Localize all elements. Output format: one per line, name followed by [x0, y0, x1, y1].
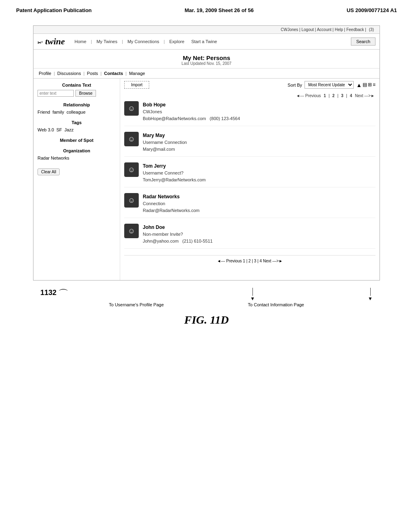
- prev-arrow-top[interactable]: ◄--- Previous: [296, 94, 321, 98]
- contact-username-4: Non-member Invite?: [143, 231, 375, 238]
- tab-manage[interactable]: Manage: [129, 71, 145, 76]
- sort-select[interactable]: Most Recent Update: [305, 81, 354, 89]
- contact-email-4: John@yahoo.com (211) 610-5511: [143, 238, 375, 245]
- page-1-bottom[interactable]: 1: [243, 259, 246, 263]
- contact-name-1[interactable]: Mary May: [143, 132, 375, 139]
- nav-my-connections[interactable]: My Connections: [127, 39, 159, 44]
- user-info: CWJones | Logout | Account | Help | Feed…: [281, 27, 366, 32]
- tab-profile[interactable]: Profile: [39, 71, 51, 76]
- phone-4: (211) 610-5511: [182, 239, 213, 243]
- contact-name-4[interactable]: John Doe: [143, 224, 375, 231]
- avatar-bob-hope: ☺: [124, 101, 139, 116]
- email-0: BobHope@RadarNetworks.com: [143, 116, 206, 121]
- contact-username-2: Username Connect?: [143, 170, 375, 177]
- contact-info-mary-may: Mary May Username Connection Mary@mail.c…: [143, 132, 375, 152]
- page-1-top[interactable]: 1: [323, 94, 327, 98]
- clear-all-button[interactable]: Clear All: [38, 168, 60, 175]
- avatar-radar-networks: ☺: [124, 193, 139, 208]
- tab-sep4: |: [125, 71, 127, 76]
- top-nav-right: CWJones | Logout | Account | Help | Feed…: [281, 27, 375, 32]
- nav-my-twines[interactable]: My Twines: [96, 39, 117, 44]
- contact-info-john-doe: John Doe Non-member Invite? John@yahoo.c…: [143, 224, 375, 244]
- patent-left: Patent Application Publication: [16, 7, 92, 13]
- page-4-top[interactable]: 4: [350, 94, 353, 98]
- logo-icon: ✂°: [38, 40, 43, 45]
- sort-icon-lines[interactable]: ≡: [373, 82, 375, 88]
- next-arrow-top[interactable]: Next --->►: [355, 94, 375, 98]
- relationship-list: Friend family colleague: [38, 110, 116, 114]
- pagination-bottom: ◄--- Previous 1 | 2 | 3 | 4 Next --->►: [124, 255, 375, 263]
- sep-top-1: |: [329, 94, 330, 98]
- nav-explore[interactable]: Explore: [169, 39, 184, 44]
- pagination-top: ◄--- Previous 1 | 2 | 3 | 4 Next --->►: [124, 94, 375, 98]
- browse-button[interactable]: Browse: [75, 90, 96, 97]
- contact-username-0: CWJones: [143, 108, 375, 115]
- member-of-spot-label: Member of Spot: [38, 138, 116, 143]
- rel-friend[interactable]: Friend: [38, 110, 50, 114]
- sort-icon-up[interactable]: ▲: [356, 82, 362, 88]
- contact-name-2[interactable]: Tom Jerry: [143, 162, 375, 170]
- results-panel: Import Sort By Most Recent Update ▲ ▤ ⊞ …: [120, 79, 380, 280]
- page-title: My Net: Persons: [38, 54, 375, 61]
- contact-info-radar-networks: Radar Networks Connection Radar@RadarNet…: [143, 193, 375, 214]
- arrows-container: ▼ ▼: [250, 288, 373, 301]
- organization-label: Organization: [38, 148, 116, 153]
- contact-item: ☺ Bob Hope CWJones BobHope@RadarNetworks…: [124, 101, 375, 126]
- next-arrow-bottom[interactable]: Next --->►: [263, 259, 283, 263]
- rel-colleague[interactable]: colleague: [67, 110, 86, 114]
- filter-contains-text: Contains Text Browse: [38, 83, 116, 97]
- tag-jazz[interactable]: Jazz: [65, 127, 74, 132]
- contact-name-0[interactable]: Bob Hope: [143, 101, 375, 108]
- fig-ref-number: 1132: [40, 289, 56, 297]
- tag-sf[interactable]: SF: [56, 127, 62, 132]
- filter-relationship: Relationship Friend family colleague: [38, 102, 116, 114]
- page-title-section: My Net: Persons Last Updated Nov. 15, 20…: [33, 50, 380, 69]
- logo-text: twine: [45, 36, 65, 46]
- sort-by-label: Sort By: [288, 83, 302, 87]
- org-value: Radar Networks: [38, 156, 116, 160]
- page-4-bottom[interactable]: 4: [260, 259, 263, 263]
- contact-item-john: ☺ John Doe Non-member Invite? John@yahoo…: [124, 224, 375, 249]
- tab-contacts[interactable]: Contacts: [104, 71, 123, 76]
- filter-member-of-spot: Member of Spot: [38, 138, 116, 143]
- logo[interactable]: ✂° twine: [38, 36, 65, 47]
- nav-start-twine[interactable]: Start a Twine: [191, 39, 217, 44]
- contact-item-mary: ☺ Mary May Username Connection Mary@mail…: [124, 132, 375, 157]
- figure-annotation-row: 1132 ⌒ ▼ ▼: [28, 286, 385, 301]
- contact-username-1: Username Connection: [143, 139, 375, 146]
- patent-header: Patent Application Publication Mar. 19, …: [0, 0, 413, 17]
- tab-posts[interactable]: Posts: [87, 71, 98, 76]
- contact-email-1: Mary@mail.com: [143, 146, 375, 153]
- search-button[interactable]: Search: [351, 37, 375, 46]
- sep-bottom-1: |: [246, 259, 248, 263]
- figure-section: 1132 ⌒ ▼ ▼ To Username's Profile Page To…: [24, 286, 389, 326]
- sort-icon-grid[interactable]: ⊞: [368, 82, 372, 88]
- enter-text-input[interactable]: [38, 90, 74, 97]
- page-2-top[interactable]: 2: [332, 94, 336, 98]
- arrow-left-label: To Username's Profile Page: [109, 302, 164, 307]
- page-3-bottom[interactable]: 3: [254, 259, 257, 263]
- tag-web30[interactable]: Web 3.0: [38, 127, 54, 132]
- fig-ref-left: 1132 ⌒: [40, 286, 69, 299]
- sort-icon-list[interactable]: ▤: [363, 82, 367, 88]
- contact-name-3[interactable]: Radar Networks: [143, 193, 375, 200]
- contact-info-bob-hope: Bob Hope CWJones BobHope@RadarNetworks.c…: [143, 101, 375, 122]
- contact-email-3: Radar@RadarNetworks.com: [143, 207, 375, 214]
- tab-discussions[interactable]: Discussions: [57, 71, 81, 76]
- arrow-line-right: [370, 288, 371, 296]
- toolbar-row: Import Sort By Most Recent Update ▲ ▤ ⊞ …: [124, 81, 375, 90]
- page-3-top[interactable]: 3: [341, 94, 344, 98]
- rel-family[interactable]: family: [52, 110, 64, 114]
- nav-sep2: |: [122, 39, 123, 44]
- tab-sep2: |: [83, 71, 85, 76]
- import-button[interactable]: Import: [124, 81, 149, 89]
- tab-bar: Profile | Discussions | Posts | Contacts…: [33, 69, 380, 79]
- tag-list: Web 3.0 SF Jazz: [38, 127, 116, 132]
- logo-bar: ✂° twine Home | My Twines | My Connectio…: [33, 34, 380, 50]
- prev-arrow-bottom[interactable]: ◄--- Previous: [217, 259, 242, 263]
- nav-home[interactable]: Home: [75, 39, 86, 44]
- sep-bottom-2: |: [252, 259, 253, 263]
- contact-email-0: BobHope@RadarNetworks.com (800) 123-4564: [143, 115, 375, 122]
- contact-username-3: Connection: [143, 200, 375, 207]
- filter-tags: Tags Web 3.0 SF Jazz: [38, 120, 116, 132]
